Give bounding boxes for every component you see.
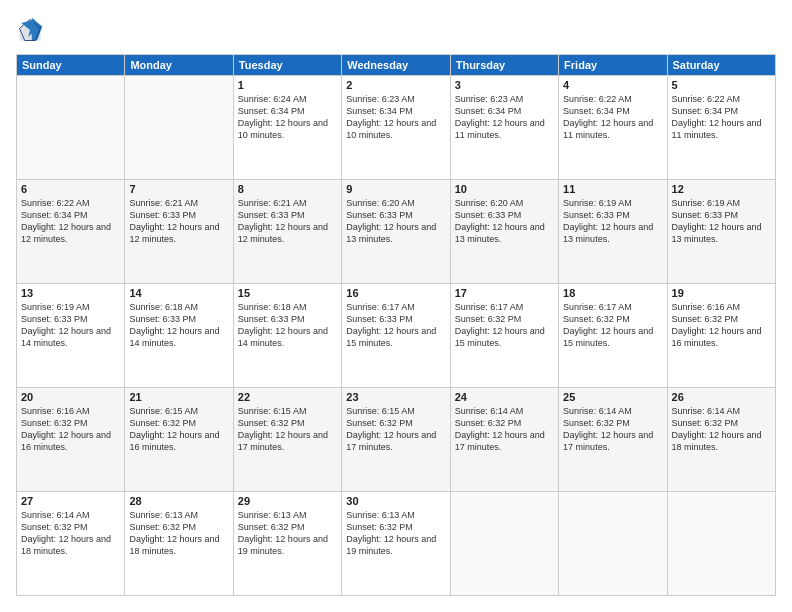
day-number: 25 bbox=[563, 391, 662, 403]
calendar-cell: 19Sunrise: 6:16 AMSunset: 6:32 PMDayligh… bbox=[667, 284, 775, 388]
day-number: 8 bbox=[238, 183, 337, 195]
day-number: 20 bbox=[21, 391, 120, 403]
day-info: Sunrise: 6:18 AMSunset: 6:33 PMDaylight:… bbox=[238, 301, 337, 350]
day-info: Sunrise: 6:14 AMSunset: 6:32 PMDaylight:… bbox=[455, 405, 554, 454]
calendar-cell bbox=[450, 492, 558, 596]
calendar-table: SundayMondayTuesdayWednesdayThursdayFrid… bbox=[16, 54, 776, 596]
day-number: 29 bbox=[238, 495, 337, 507]
day-number: 12 bbox=[672, 183, 771, 195]
weekday-header-friday: Friday bbox=[559, 55, 667, 76]
calendar-cell: 27Sunrise: 6:14 AMSunset: 6:32 PMDayligh… bbox=[17, 492, 125, 596]
day-info: Sunrise: 6:19 AMSunset: 6:33 PMDaylight:… bbox=[672, 197, 771, 246]
day-info: Sunrise: 6:21 AMSunset: 6:33 PMDaylight:… bbox=[129, 197, 228, 246]
day-number: 22 bbox=[238, 391, 337, 403]
weekday-header-sunday: Sunday bbox=[17, 55, 125, 76]
day-number: 15 bbox=[238, 287, 337, 299]
weekday-header-saturday: Saturday bbox=[667, 55, 775, 76]
logo-icon bbox=[16, 16, 44, 44]
day-number: 10 bbox=[455, 183, 554, 195]
day-number: 5 bbox=[672, 79, 771, 91]
day-info: Sunrise: 6:18 AMSunset: 6:33 PMDaylight:… bbox=[129, 301, 228, 350]
day-info: Sunrise: 6:17 AMSunset: 6:32 PMDaylight:… bbox=[563, 301, 662, 350]
calendar-cell: 3Sunrise: 6:23 AMSunset: 6:34 PMDaylight… bbox=[450, 76, 558, 180]
day-number: 9 bbox=[346, 183, 445, 195]
calendar-cell: 11Sunrise: 6:19 AMSunset: 6:33 PMDayligh… bbox=[559, 180, 667, 284]
calendar-cell: 6Sunrise: 6:22 AMSunset: 6:34 PMDaylight… bbox=[17, 180, 125, 284]
calendar-row: 6Sunrise: 6:22 AMSunset: 6:34 PMDaylight… bbox=[17, 180, 776, 284]
calendar-row: 13Sunrise: 6:19 AMSunset: 6:33 PMDayligh… bbox=[17, 284, 776, 388]
calendar-cell: 7Sunrise: 6:21 AMSunset: 6:33 PMDaylight… bbox=[125, 180, 233, 284]
calendar-cell: 12Sunrise: 6:19 AMSunset: 6:33 PMDayligh… bbox=[667, 180, 775, 284]
day-number: 27 bbox=[21, 495, 120, 507]
calendar-cell: 8Sunrise: 6:21 AMSunset: 6:33 PMDaylight… bbox=[233, 180, 341, 284]
day-info: Sunrise: 6:17 AMSunset: 6:33 PMDaylight:… bbox=[346, 301, 445, 350]
calendar-cell: 2Sunrise: 6:23 AMSunset: 6:34 PMDaylight… bbox=[342, 76, 450, 180]
calendar-row: 20Sunrise: 6:16 AMSunset: 6:32 PMDayligh… bbox=[17, 388, 776, 492]
calendar-cell bbox=[125, 76, 233, 180]
calendar-cell: 18Sunrise: 6:17 AMSunset: 6:32 PMDayligh… bbox=[559, 284, 667, 388]
day-number: 2 bbox=[346, 79, 445, 91]
day-number: 24 bbox=[455, 391, 554, 403]
day-info: Sunrise: 6:16 AMSunset: 6:32 PMDaylight:… bbox=[672, 301, 771, 350]
calendar-cell bbox=[559, 492, 667, 596]
calendar-cell: 9Sunrise: 6:20 AMSunset: 6:33 PMDaylight… bbox=[342, 180, 450, 284]
weekday-header-monday: Monday bbox=[125, 55, 233, 76]
day-info: Sunrise: 6:17 AMSunset: 6:32 PMDaylight:… bbox=[455, 301, 554, 350]
day-info: Sunrise: 6:20 AMSunset: 6:33 PMDaylight:… bbox=[346, 197, 445, 246]
calendar-cell: 13Sunrise: 6:19 AMSunset: 6:33 PMDayligh… bbox=[17, 284, 125, 388]
day-number: 18 bbox=[563, 287, 662, 299]
calendar-cell: 22Sunrise: 6:15 AMSunset: 6:32 PMDayligh… bbox=[233, 388, 341, 492]
day-number: 21 bbox=[129, 391, 228, 403]
calendar-cell: 4Sunrise: 6:22 AMSunset: 6:34 PMDaylight… bbox=[559, 76, 667, 180]
day-info: Sunrise: 6:15 AMSunset: 6:32 PMDaylight:… bbox=[346, 405, 445, 454]
day-info: Sunrise: 6:20 AMSunset: 6:33 PMDaylight:… bbox=[455, 197, 554, 246]
day-info: Sunrise: 6:15 AMSunset: 6:32 PMDaylight:… bbox=[129, 405, 228, 454]
calendar-cell: 24Sunrise: 6:14 AMSunset: 6:32 PMDayligh… bbox=[450, 388, 558, 492]
day-info: Sunrise: 6:23 AMSunset: 6:34 PMDaylight:… bbox=[346, 93, 445, 142]
calendar-cell: 17Sunrise: 6:17 AMSunset: 6:32 PMDayligh… bbox=[450, 284, 558, 388]
calendar-cell bbox=[667, 492, 775, 596]
calendar-cell: 30Sunrise: 6:13 AMSunset: 6:32 PMDayligh… bbox=[342, 492, 450, 596]
day-info: Sunrise: 6:13 AMSunset: 6:32 PMDaylight:… bbox=[346, 509, 445, 558]
calendar-row: 27Sunrise: 6:14 AMSunset: 6:32 PMDayligh… bbox=[17, 492, 776, 596]
day-number: 30 bbox=[346, 495, 445, 507]
day-number: 6 bbox=[21, 183, 120, 195]
day-info: Sunrise: 6:19 AMSunset: 6:33 PMDaylight:… bbox=[563, 197, 662, 246]
calendar-row: 1Sunrise: 6:24 AMSunset: 6:34 PMDaylight… bbox=[17, 76, 776, 180]
day-number: 28 bbox=[129, 495, 228, 507]
calendar-cell: 5Sunrise: 6:22 AMSunset: 6:34 PMDaylight… bbox=[667, 76, 775, 180]
calendar-cell: 1Sunrise: 6:24 AMSunset: 6:34 PMDaylight… bbox=[233, 76, 341, 180]
day-info: Sunrise: 6:15 AMSunset: 6:32 PMDaylight:… bbox=[238, 405, 337, 454]
day-number: 7 bbox=[129, 183, 228, 195]
calendar-cell: 16Sunrise: 6:17 AMSunset: 6:33 PMDayligh… bbox=[342, 284, 450, 388]
calendar-cell bbox=[17, 76, 125, 180]
day-info: Sunrise: 6:24 AMSunset: 6:34 PMDaylight:… bbox=[238, 93, 337, 142]
day-info: Sunrise: 6:23 AMSunset: 6:34 PMDaylight:… bbox=[455, 93, 554, 142]
day-number: 23 bbox=[346, 391, 445, 403]
day-info: Sunrise: 6:14 AMSunset: 6:32 PMDaylight:… bbox=[672, 405, 771, 454]
day-number: 17 bbox=[455, 287, 554, 299]
calendar-cell: 15Sunrise: 6:18 AMSunset: 6:33 PMDayligh… bbox=[233, 284, 341, 388]
calendar-cell: 21Sunrise: 6:15 AMSunset: 6:32 PMDayligh… bbox=[125, 388, 233, 492]
weekday-header-thursday: Thursday bbox=[450, 55, 558, 76]
day-info: Sunrise: 6:22 AMSunset: 6:34 PMDaylight:… bbox=[21, 197, 120, 246]
day-info: Sunrise: 6:13 AMSunset: 6:32 PMDaylight:… bbox=[238, 509, 337, 558]
day-number: 14 bbox=[129, 287, 228, 299]
day-info: Sunrise: 6:14 AMSunset: 6:32 PMDaylight:… bbox=[563, 405, 662, 454]
calendar-cell: 26Sunrise: 6:14 AMSunset: 6:32 PMDayligh… bbox=[667, 388, 775, 492]
day-number: 3 bbox=[455, 79, 554, 91]
day-info: Sunrise: 6:22 AMSunset: 6:34 PMDaylight:… bbox=[563, 93, 662, 142]
calendar-cell: 14Sunrise: 6:18 AMSunset: 6:33 PMDayligh… bbox=[125, 284, 233, 388]
day-info: Sunrise: 6:13 AMSunset: 6:32 PMDaylight:… bbox=[129, 509, 228, 558]
calendar-cell: 10Sunrise: 6:20 AMSunset: 6:33 PMDayligh… bbox=[450, 180, 558, 284]
calendar-cell: 20Sunrise: 6:16 AMSunset: 6:32 PMDayligh… bbox=[17, 388, 125, 492]
day-number: 11 bbox=[563, 183, 662, 195]
day-number: 19 bbox=[672, 287, 771, 299]
calendar-cell: 29Sunrise: 6:13 AMSunset: 6:32 PMDayligh… bbox=[233, 492, 341, 596]
day-number: 26 bbox=[672, 391, 771, 403]
day-info: Sunrise: 6:19 AMSunset: 6:33 PMDaylight:… bbox=[21, 301, 120, 350]
calendar-cell: 23Sunrise: 6:15 AMSunset: 6:32 PMDayligh… bbox=[342, 388, 450, 492]
day-info: Sunrise: 6:21 AMSunset: 6:33 PMDaylight:… bbox=[238, 197, 337, 246]
day-number: 13 bbox=[21, 287, 120, 299]
day-info: Sunrise: 6:22 AMSunset: 6:34 PMDaylight:… bbox=[672, 93, 771, 142]
